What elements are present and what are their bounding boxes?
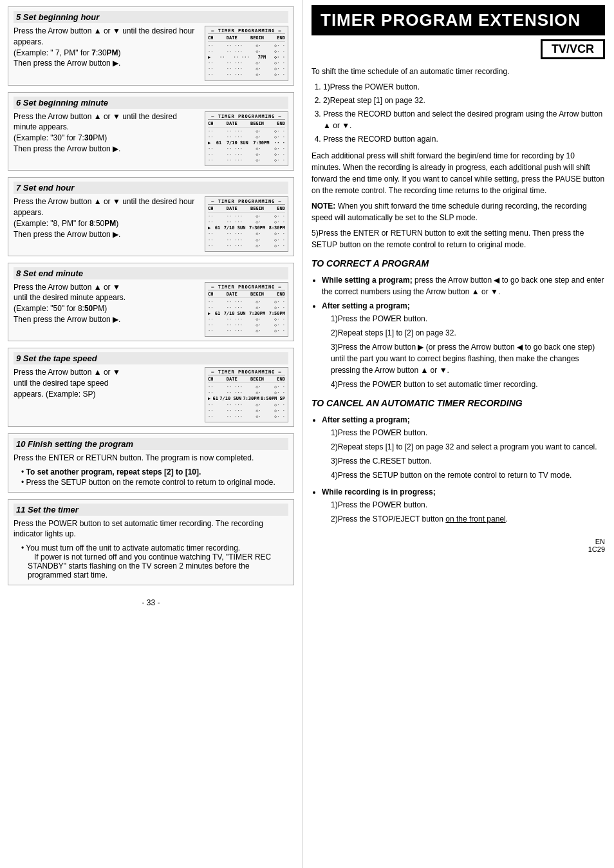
correct-title: TO CORRECT A PROGRAM (312, 257, 605, 270)
step-5-section: 5 Set beginning hour Press the Arrow but… (8, 6, 294, 86)
step-8-header: 8 Set end minute (14, 267, 288, 279)
page-number: - 33 - (8, 598, 294, 607)
step-9-header: 9 Set the tape speed (14, 352, 288, 364)
cancel-sub-1: 1)Press the POWER button. (331, 427, 605, 439)
step-7-text: Press the Arrow button ▲ or ▼ until the … (14, 196, 200, 240)
correct-bullet-2: After setting a program; 1)Press the POW… (322, 300, 605, 390)
cancel-sub-2-2: 2)Press the STOP/EJECT button on the fro… (331, 513, 605, 525)
step-10-bullet-1: • To set another program, repeat steps [… (21, 467, 288, 476)
correct-sub-2: 2)Repeat steps [1] to [2] on page 32. (331, 327, 605, 339)
note-text: NOTE: When you shift forward the time sc… (312, 200, 605, 223)
step-8-content: Press the Arrow button ▲ or ▼ until the … (14, 282, 288, 337)
step-9-content: Press the Arrow button ▲ or ▼ until the … (14, 367, 288, 422)
step-11-text: Press the POWER button to set automatic … (14, 518, 288, 540)
cancel-sub-list-2: 1)Press the POWER button. 2)Press the ST… (331, 499, 605, 525)
step-11-bullet-1: • You must turn off the unit to activate… (21, 543, 288, 580)
step-6-header: 6 Set beginning minute (14, 97, 288, 109)
step-9-section: 9 Set the tape speed Press the Arrow but… (8, 348, 294, 427)
right-panel: TIMER PROGRAM EXTENSION TV/VCR To shift … (302, 0, 614, 868)
correct-sub-4: 4)Press the POWER button to set automati… (331, 379, 605, 390)
step-6-section: 6 Set beginning minute Press the Arrow b… (8, 92, 294, 171)
step-4: Press the RECORD button again. (323, 133, 605, 145)
cancel-sub-2: 2)Repeat steps [1] to [2] on page 32 and… (331, 441, 605, 453)
cancel-sub-3: 3)Press the C.RESET button. (331, 455, 605, 467)
page-title: TIMER PROGRAM EXTENSION (321, 10, 581, 30)
language-label: EN (595, 538, 605, 545)
model-label: 1C29 (588, 545, 605, 553)
step-11-section: 11 Set the timer Press the POWER button … (8, 499, 294, 586)
step-6-display: – TIMER PROGRAMMING – CHDATEBEGINEND ···… (205, 111, 288, 167)
step-10-header: 10 Finish setting the program (14, 438, 288, 450)
step-10-text: Press the ENTER or RETURN button. The pr… (14, 453, 288, 464)
steps-list: 1)Press the POWER button. 2)Repeat step … (323, 81, 605, 145)
step-7-display: – TIMER PROGRAMMING – CHDATEBEGINEND ···… (205, 196, 288, 252)
step-9-display: – TIMER PROGRAMMING – CHDATEBEGINEND ···… (205, 367, 288, 422)
step-5-header: 5 Set beginning hour (14, 11, 288, 23)
bottom-right: EN 1C29 (312, 538, 605, 553)
step-1: 1)Press the POWER button. (323, 81, 605, 93)
step-5-text: Press the Arrow button ▲ or ▼ until the … (14, 26, 200, 69)
cancel-bullets: After setting a program; 1)Press the POW… (322, 414, 605, 525)
correct-bullet-1: While setting a program; press the Arrow… (322, 274, 605, 297)
title-bar: TIMER PROGRAM EXTENSION (312, 5, 605, 35)
step-4-detail: Each additional press will shift forward… (312, 150, 605, 196)
step-7-header: 7 Set end hour (14, 182, 288, 194)
cancel-sub-2-1: 1)Press the POWER button. (331, 499, 605, 511)
step-7-section: 7 Set end hour Press the Arrow button ▲ … (8, 177, 294, 256)
step-10-section: 10 Finish setting the program Press the … (8, 433, 294, 493)
cancel-bullet-2: While recording is in progress; 1)Press … (322, 486, 605, 525)
step-7-content: Press the Arrow button ▲ or ▼ until the … (14, 196, 288, 252)
step-11-header: 11 Set the timer (14, 504, 288, 516)
step-6-content: Press the Arrow button ▲ or ▼ until the … (14, 111, 288, 167)
left-panel: 5 Set beginning hour Press the Arrow but… (0, 0, 302, 868)
correct-sub-1: 1)Press the POWER button. (331, 313, 605, 325)
cancel-sub-list-1: 1)Press the POWER button. 2)Repeat steps… (331, 427, 605, 481)
step-8-display: – TIMER PROGRAMMING – CHDATEBEGINEND ···… (205, 282, 288, 337)
step-5-content: Press the Arrow button ▲ or ▼ until the … (14, 26, 288, 81)
step-11-bullets: • You must turn off the unit to activate… (14, 543, 288, 580)
step-3: Press the RECORD button and select the d… (323, 108, 605, 131)
step-9-text: Press the Arrow button ▲ or ▼ until the … (14, 367, 200, 399)
step-10-bullet-2: • Press the SETUP button on the remote c… (21, 478, 288, 487)
step-5-right: 5)Press the ENTER or RETURN button to ex… (312, 227, 605, 250)
step-6-text: Press the Arrow button ▲ or ▼ until the … (14, 111, 200, 155)
step-2: 2)Repeat step [1] on page 32. (323, 95, 605, 106)
correct-sub-list: 1)Press the POWER button. 2)Repeat steps… (331, 313, 605, 390)
cancel-title: TO CANCEL AN AUTOMATIC TIMER RECORDING (312, 397, 605, 410)
correct-bullets: While setting a program; press the Arrow… (322, 274, 605, 390)
cancel-sub-4: 4)Press the SETUP button on the remote c… (331, 469, 605, 481)
step-5-display: – TIMER PROGRAMMING – CHDATEBEGINEND ···… (205, 26, 288, 81)
right-content: To shift the time schedule of an automat… (312, 66, 605, 525)
intro-text: To shift the time schedule of an automat… (312, 66, 605, 77)
correct-sub-3: 3)Press the Arrow button ▶ (or press the… (331, 341, 605, 376)
step-10-bullets: • To set another program, repeat steps [… (14, 467, 288, 487)
step-8-section: 8 Set end minute Press the Arrow button … (8, 263, 294, 342)
cancel-bullet-1: After setting a program; 1)Press the POW… (322, 414, 605, 481)
step-8-text: Press the Arrow button ▲ or ▼ until the … (14, 282, 200, 325)
